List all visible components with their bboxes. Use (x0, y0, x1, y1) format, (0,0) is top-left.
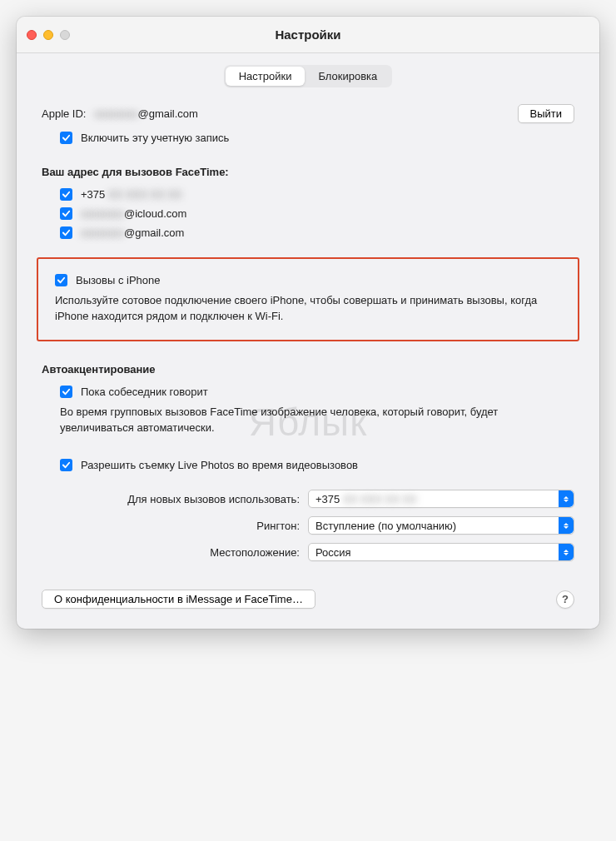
enable-account-label: Включить эту учетную запись (81, 132, 229, 144)
check-icon (62, 133, 71, 142)
address-value: +375 XX XXX XX XX (81, 188, 182, 201)
ringtone-label: Рингтон: (256, 520, 300, 532)
live-photos-label: Разрешить съемку Live Photos во время ви… (81, 459, 358, 471)
apple-id-domain: @gmail.com (137, 107, 197, 120)
address-value: xxxxxxxx@gmail.com (81, 226, 184, 239)
sign-out-button[interactable]: Выйти (518, 104, 575, 123)
iphone-calls-desc: Используйте сотовое подключение своего i… (55, 293, 561, 325)
chevron-updown-icon (559, 544, 574, 560)
check-icon (62, 190, 71, 199)
select-value: Вступление (по умолчанию) (315, 520, 456, 532)
auto-prominence-desc: Во время групповых вызовов FaceTime изоб… (42, 405, 574, 436)
tab-blocking[interactable]: Блокировка (305, 67, 390, 86)
apple-id-row: Apple ID: xxxxxxxx@gmail.com Выйти (42, 104, 574, 123)
address-row: xxxxxxxx@icloud.com (60, 207, 574, 220)
check-icon (62, 460, 71, 470)
tab-settings[interactable]: Настройки (226, 67, 306, 86)
tabbar: Настройки Блокировка (17, 53, 599, 104)
content-area: Apple ID: xxxxxxxx@gmail.com Выйти Включ… (17, 104, 599, 629)
close-icon[interactable] (27, 30, 37, 40)
select-value: Россия (315, 546, 351, 559)
privacy-button[interactable]: О конфиденциальности в iMessage и FaceTi… (42, 590, 315, 609)
location-row: Местоположение: Россия (42, 543, 574, 561)
start-from-label: Для новых вызовов использовать: (127, 493, 300, 505)
enable-account-row: Включить эту учетную запись (42, 132, 574, 144)
facetime-addresses-list: +375 XX XXX XX XX xxxxxxxx@icloud.com xx… (42, 188, 574, 239)
facetime-addresses-heading: Ваш адрес для вызовов FaceTime: (42, 166, 574, 178)
segmented-control: Настройки Блокировка (224, 65, 393, 87)
chevron-updown-icon (559, 490, 574, 507)
iphone-calls-checkbox[interactable] (55, 274, 67, 286)
check-icon (62, 228, 71, 237)
chevron-updown-icon (559, 517, 574, 534)
live-photos-row: Разрешить съемку Live Photos во время ви… (42, 459, 574, 471)
address-row: +375 XX XXX XX XX (60, 188, 574, 201)
check-icon (62, 209, 71, 218)
auto-prominence-heading: Автоакцентирование (42, 363, 574, 376)
address-checkbox[interactable] (60, 226, 72, 239)
select-value: +375 XX XXX XX XX (315, 493, 417, 505)
address-checkbox[interactable] (60, 188, 72, 201)
auto-prominence-row: Пока собеседник говорит (42, 386, 574, 398)
iphone-calls-highlight: Вызовы с iPhone Используйте сотовое подк… (37, 257, 579, 341)
ringtone-select[interactable]: Вступление (по умолчанию) (308, 516, 574, 535)
location-select[interactable]: Россия (308, 543, 574, 561)
auto-prominence-label: Пока собеседник говорит (81, 386, 208, 398)
window-controls (27, 30, 70, 40)
maximize-icon (60, 30, 70, 40)
apple-id-masked: xxxxxxxx (94, 107, 137, 120)
address-checkbox[interactable] (60, 207, 72, 220)
footer-row: О конфиденциальности в iMessage и FaceTi… (42, 590, 574, 609)
start-from-select[interactable]: +375 XX XXX XX XX (308, 490, 574, 508)
check-icon (62, 387, 71, 396)
live-photos-checkbox[interactable] (60, 459, 72, 471)
address-row: xxxxxxxx@gmail.com (60, 226, 574, 239)
check-icon (57, 276, 66, 285)
minimize-icon[interactable] (43, 30, 53, 40)
start-from-row: Для новых вызовов использовать: +375 XX … (42, 490, 574, 508)
window-title: Настройки (275, 27, 340, 42)
iphone-calls-row: Вызовы с iPhone (55, 274, 561, 286)
address-value: xxxxxxxx@icloud.com (81, 207, 186, 220)
preferences-window: Настройки Настройки Блокировка Apple ID:… (17, 17, 599, 629)
auto-prominence-checkbox[interactable] (60, 386, 72, 398)
titlebar: Настройки (17, 17, 599, 53)
help-button[interactable]: ? (556, 590, 574, 609)
ringtone-row: Рингтон: Вступление (по умолчанию) (42, 516, 574, 535)
enable-account-checkbox[interactable] (60, 132, 72, 144)
location-label: Местоположение: (210, 546, 300, 559)
iphone-calls-label: Вызовы с iPhone (76, 274, 161, 286)
apple-id-label: Apple ID: (42, 107, 86, 120)
